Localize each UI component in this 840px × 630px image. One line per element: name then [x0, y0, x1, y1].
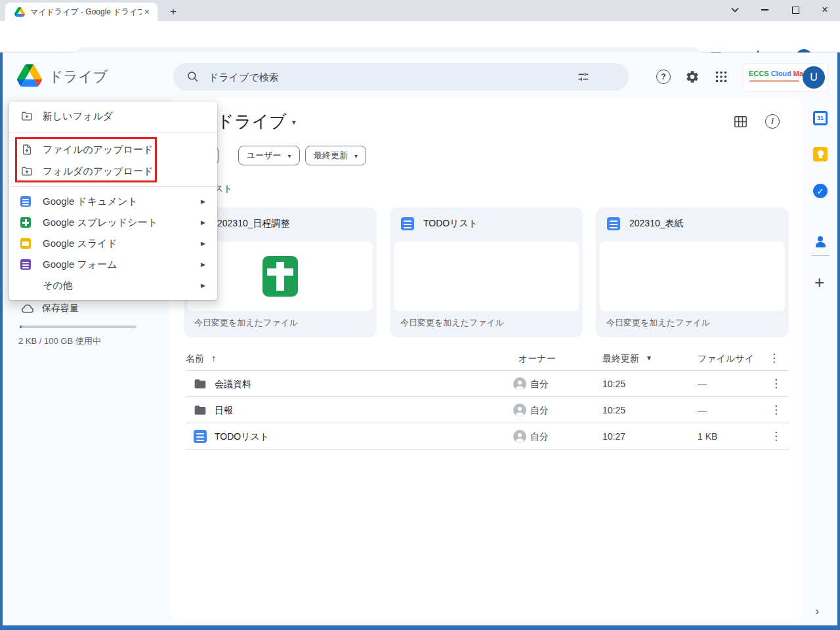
card-title: TODOリスト — [423, 218, 478, 230]
forms-icon — [20, 259, 31, 270]
submenu-arrow-icon: ▶ — [201, 219, 205, 226]
window-close-button[interactable]: × — [814, 0, 836, 20]
grid-view-icon[interactable] — [734, 116, 747, 131]
sheets-icon — [20, 217, 31, 228]
chevron-down-icon: ▾ — [288, 152, 291, 159]
help-icon[interactable]: ? — [656, 70, 671, 84]
file-size: 1 KB — [698, 431, 717, 442]
column-settings-kebab-icon[interactable]: ⋮ — [768, 351, 780, 365]
menu-item-label: Google ドキュメント — [43, 196, 138, 208]
info-glyph: i — [771, 117, 773, 126]
account-badge-title: ECCS Cloud Mail — [749, 70, 807, 77]
storage-progress-track — [20, 326, 136, 328]
file-owner: 自分 — [530, 431, 549, 443]
divider — [186, 449, 789, 450]
docs-file-icon — [401, 217, 414, 230]
settings-gear-icon[interactable] — [685, 70, 700, 87]
filter-chip-modified[interactable]: 最終更新 ▾ — [305, 146, 366, 165]
divider — [9, 186, 217, 187]
slides-icon — [20, 238, 31, 249]
new-tab-button[interactable]: + — [165, 4, 181, 20]
card-preview — [600, 242, 785, 311]
search-options-tune-icon[interactable] — [576, 70, 591, 84]
card-footer: 今日変更を加えたファイル — [606, 317, 710, 329]
file-name: 会議資料 — [215, 379, 251, 390]
tasks-icon[interactable]: ✓ — [813, 184, 828, 198]
menu-item-google-docs[interactable]: Google ドキュメント ▶ — [9, 192, 217, 211]
column-header-name[interactable]: 名前 — [186, 353, 204, 365]
docs-icon — [20, 196, 31, 207]
row-kebab-icon[interactable]: ⋮ — [770, 377, 782, 390]
tab-close-icon[interactable]: × — [142, 7, 152, 17]
drive-favicon — [14, 7, 25, 17]
card-footer: 今日変更を加えたファイル — [194, 317, 298, 329]
folder-icon — [194, 404, 207, 417]
menu-item-label: 新しいフォルダ — [43, 110, 113, 123]
menu-item-google-forms[interactable]: Google フォーム ▶ — [9, 255, 217, 274]
file-size: — — [698, 405, 707, 415]
sort-ascending-icon[interactable]: ↑ — [211, 352, 217, 364]
account-badge-subtext — [749, 80, 799, 82]
app-name: ドライブ — [49, 67, 108, 87]
window-minimize-button[interactable] — [753, 0, 776, 20]
suggestion-card[interactable]: 202310_表紙 今日変更を加えたファイル — [596, 207, 789, 337]
file-modified: 10:25 — [602, 379, 625, 389]
card-title: 202310_表紙 — [629, 218, 684, 230]
tab-search-chevron-icon[interactable] — [724, 0, 746, 20]
storage-caption: 2 KB / 100 GB 使用中 — [18, 335, 101, 347]
menu-item-more[interactable]: その他 ▶ — [9, 276, 217, 295]
account-avatar[interactable]: U — [803, 66, 825, 89]
add-panel-app-button[interactable]: + — [814, 272, 824, 293]
suggestion-card[interactable]: TODOリスト 今日変更を加えたファイル — [390, 207, 583, 337]
page-title-caret-icon: ▾ — [292, 117, 296, 127]
keep-icon[interactable] — [813, 147, 828, 161]
card-footer: 今日変更を加えたファイル — [400, 317, 504, 329]
chip-label: 最終更新 — [314, 150, 348, 161]
file-owner: 自分 — [530, 379, 549, 390]
menu-item-google-sheets[interactable]: Google スプレッドシート ▶ — [9, 213, 217, 232]
divider — [9, 133, 217, 133]
storage-label[interactable]: 保存容量 — [42, 303, 79, 314]
row-kebab-icon[interactable]: ⋮ — [770, 403, 782, 417]
search-bar[interactable] — [173, 63, 629, 91]
filter-chip-user[interactable]: ユーザー ▾ — [238, 146, 300, 165]
contacts-icon[interactable] — [813, 235, 828, 249]
column-header-modified[interactable]: 最終更新 — [602, 353, 639, 365]
apps-grid-icon[interactable] — [714, 70, 728, 87]
divider — [811, 255, 830, 256]
window-maximize-button[interactable] — [784, 0, 807, 20]
column-header-owner[interactable]: オーナー — [518, 353, 556, 365]
submenu-arrow-icon: ▶ — [201, 282, 205, 289]
drive-logo[interactable] — [17, 64, 42, 89]
browser-tab[interactable]: マイドライブ - Google ドライブ × — [5, 3, 158, 21]
annotation-highlight-box — [15, 137, 157, 182]
submenu-arrow-icon: ▶ — [201, 198, 205, 205]
badge-word-2: Cloud — [771, 70, 791, 77]
sort-descending-icon[interactable]: ▼ — [646, 354, 652, 362]
owner-avatar-icon — [513, 377, 526, 390]
table-row[interactable]: 会議資料 自分 10:25 — ⋮ — [186, 371, 789, 397]
row-kebab-icon[interactable]: ⋮ — [770, 429, 782, 443]
browser-titlebar: マイドライブ - Google ドライブ × + × — [0, 0, 840, 21]
calendar-icon[interactable]: 31 — [813, 111, 828, 125]
menu-item-label: Google スプレッドシート — [43, 217, 158, 229]
sheets-logo-icon — [262, 256, 298, 297]
card-preview — [394, 242, 579, 311]
table-row[interactable]: TODOリスト 自分 10:27 1 KB ⋮ — [186, 423, 789, 450]
owner-avatar-icon — [513, 430, 526, 443]
menu-item-google-slides[interactable]: Google スライド ▶ — [9, 234, 217, 253]
file-name: TODOリスト — [215, 431, 269, 443]
cloud-icon — [20, 301, 35, 318]
file-name: 日報 — [215, 405, 233, 417]
panel-expand-chevron-icon[interactable]: › — [815, 604, 819, 618]
table-row[interactable]: 日報 自分 10:25 — ⋮ — [186, 397, 789, 423]
file-modified: 10:27 — [602, 431, 625, 442]
help-glyph: ? — [661, 72, 665, 81]
search-input[interactable] — [209, 72, 576, 83]
info-icon[interactable]: i — [765, 114, 780, 129]
menu-item-label: Google フォーム — [43, 259, 117, 271]
account-badge[interactable]: ECCS Cloud Mail U — [744, 64, 828, 91]
new-folder-icon — [20, 110, 33, 123]
column-header-size[interactable]: ファイルサイ — [698, 353, 754, 365]
menu-item-new-folder[interactable]: 新しいフォルダ — [9, 106, 217, 126]
